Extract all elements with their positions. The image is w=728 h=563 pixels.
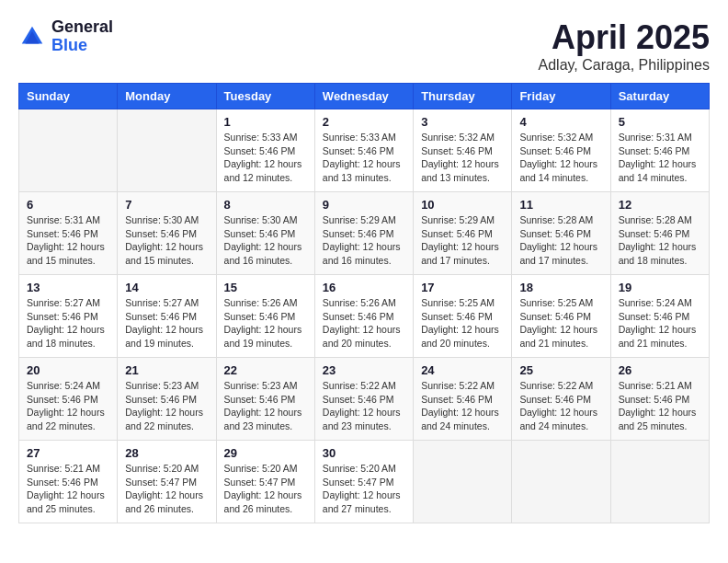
calendar-cell: 30Sunrise: 5:20 AM Sunset: 5:47 PM Dayli…: [314, 441, 413, 523]
day-info: Sunrise: 5:32 AM Sunset: 5:46 PM Dayligh…: [519, 131, 602, 185]
weekday-header-friday: Friday: [512, 84, 610, 109]
day-info: Sunrise: 5:32 AM Sunset: 5:46 PM Dayligh…: [421, 131, 504, 185]
day-info: Sunrise: 5:21 AM Sunset: 5:46 PM Dayligh…: [619, 379, 701, 433]
day-info: Sunrise: 5:33 AM Sunset: 5:46 PM Dayligh…: [323, 131, 405, 185]
day-number: 10: [421, 198, 504, 212]
day-info: Sunrise: 5:20 AM Sunset: 5:47 PM Dayligh…: [125, 462, 208, 516]
day-number: 11: [519, 198, 602, 212]
calendar-cell: 14Sunrise: 5:27 AM Sunset: 5:46 PM Dayli…: [118, 275, 216, 358]
calendar-cell: 1Sunrise: 5:33 AM Sunset: 5:46 PM Daylig…: [216, 109, 314, 192]
title-area: April 2025 Adlay, Caraga, Philippines: [539, 18, 710, 74]
weekday-header-monday: Monday: [118, 84, 216, 109]
month-title: April 2025: [539, 18, 710, 57]
day-info: Sunrise: 5:28 AM Sunset: 5:46 PM Dayligh…: [619, 213, 701, 268]
day-number: 28: [125, 446, 208, 460]
day-number: 25: [519, 363, 602, 377]
day-number: 4: [519, 115, 602, 129]
day-info: Sunrise: 5:29 AM Sunset: 5:46 PM Dayligh…: [421, 213, 504, 268]
day-number: 21: [125, 363, 208, 377]
calendar-cell: 5Sunrise: 5:31 AM Sunset: 5:46 PM Daylig…: [610, 109, 709, 192]
day-number: 26: [619, 363, 701, 377]
day-number: 17: [421, 281, 504, 294]
day-info: Sunrise: 5:22 AM Sunset: 5:46 PM Dayligh…: [519, 379, 602, 433]
calendar-cell: 3Sunrise: 5:32 AM Sunset: 5:46 PM Daylig…: [414, 109, 512, 192]
day-number: 19: [619, 281, 701, 294]
day-number: 9: [323, 198, 405, 212]
calendar-week-row: 27Sunrise: 5:21 AM Sunset: 5:46 PM Dayli…: [19, 441, 710, 523]
day-number: 2: [323, 115, 405, 129]
calendar-body: 1Sunrise: 5:33 AM Sunset: 5:46 PM Daylig…: [19, 109, 710, 523]
calendar-cell: 20Sunrise: 5:24 AM Sunset: 5:46 PM Dayli…: [19, 358, 118, 441]
calendar-cell: 7Sunrise: 5:30 AM Sunset: 5:46 PM Daylig…: [118, 192, 216, 275]
day-info: Sunrise: 5:20 AM Sunset: 5:47 PM Dayligh…: [224, 462, 307, 516]
day-number: 24: [421, 363, 504, 377]
calendar-cell: [414, 441, 512, 523]
calendar-cell: 26Sunrise: 5:21 AM Sunset: 5:46 PM Dayli…: [610, 358, 709, 441]
logo-blue-text: Blue: [51, 37, 113, 55]
day-info: Sunrise: 5:31 AM Sunset: 5:46 PM Dayligh…: [619, 131, 701, 185]
day-number: 6: [27, 198, 109, 212]
logo-icon: [18, 23, 46, 51]
calendar-cell: 13Sunrise: 5:27 AM Sunset: 5:46 PM Dayli…: [19, 275, 118, 358]
day-info: Sunrise: 5:26 AM Sunset: 5:46 PM Dayligh…: [224, 296, 307, 350]
day-info: Sunrise: 5:30 AM Sunset: 5:46 PM Dayligh…: [224, 213, 307, 268]
calendar-cell: 4Sunrise: 5:32 AM Sunset: 5:46 PM Daylig…: [512, 109, 610, 192]
weekday-header-row: SundayMondayTuesdayWednesdayThursdayFrid…: [19, 84, 710, 109]
calendar-cell: 8Sunrise: 5:30 AM Sunset: 5:46 PM Daylig…: [216, 192, 314, 275]
day-number: 18: [519, 281, 602, 294]
calendar-cell: 9Sunrise: 5:29 AM Sunset: 5:46 PM Daylig…: [314, 192, 413, 275]
day-number: 20: [27, 363, 109, 377]
day-number: 22: [224, 363, 307, 377]
calendar-cell: 11Sunrise: 5:28 AM Sunset: 5:46 PM Dayli…: [512, 192, 610, 275]
day-number: 15: [224, 281, 307, 294]
day-info: Sunrise: 5:26 AM Sunset: 5:46 PM Dayligh…: [323, 296, 405, 350]
day-info: Sunrise: 5:22 AM Sunset: 5:46 PM Dayligh…: [323, 379, 405, 433]
weekday-header-wednesday: Wednesday: [314, 84, 413, 109]
day-number: 8: [224, 198, 307, 212]
calendar-week-row: 6Sunrise: 5:31 AM Sunset: 5:46 PM Daylig…: [19, 192, 710, 275]
calendar-cell: 6Sunrise: 5:31 AM Sunset: 5:46 PM Daylig…: [19, 192, 118, 275]
day-info: Sunrise: 5:27 AM Sunset: 5:46 PM Dayligh…: [27, 296, 109, 350]
calendar-week-row: 13Sunrise: 5:27 AM Sunset: 5:46 PM Dayli…: [19, 275, 710, 358]
logo-general-text: General: [51, 18, 113, 37]
calendar-cell: 29Sunrise: 5:20 AM Sunset: 5:47 PM Dayli…: [216, 441, 314, 523]
calendar-cell: 16Sunrise: 5:26 AM Sunset: 5:46 PM Dayli…: [314, 275, 413, 358]
calendar-cell: 21Sunrise: 5:23 AM Sunset: 5:46 PM Dayli…: [118, 358, 216, 441]
calendar-cell: 28Sunrise: 5:20 AM Sunset: 5:47 PM Dayli…: [118, 441, 216, 523]
logo: General Blue: [18, 18, 113, 55]
day-number: 5: [619, 115, 701, 129]
day-number: 1: [224, 115, 307, 129]
calendar-week-row: 20Sunrise: 5:24 AM Sunset: 5:46 PM Dayli…: [19, 358, 710, 441]
day-info: Sunrise: 5:33 AM Sunset: 5:46 PM Dayligh…: [224, 131, 307, 185]
day-info: Sunrise: 5:24 AM Sunset: 5:46 PM Dayligh…: [27, 379, 109, 433]
calendar-cell: 15Sunrise: 5:26 AM Sunset: 5:46 PM Dayli…: [216, 275, 314, 358]
day-info: Sunrise: 5:23 AM Sunset: 5:46 PM Dayligh…: [125, 379, 208, 433]
day-info: Sunrise: 5:20 AM Sunset: 5:47 PM Dayligh…: [323, 462, 405, 516]
calendar-cell: 12Sunrise: 5:28 AM Sunset: 5:46 PM Dayli…: [610, 192, 709, 275]
day-number: 14: [125, 281, 208, 294]
calendar-cell: [610, 441, 709, 523]
weekday-header-thursday: Thursday: [414, 84, 512, 109]
calendar-header: SundayMondayTuesdayWednesdayThursdayFrid…: [19, 84, 710, 109]
day-info: Sunrise: 5:24 AM Sunset: 5:46 PM Dayligh…: [619, 296, 701, 350]
day-number: 12: [619, 198, 701, 212]
calendar-week-row: 1Sunrise: 5:33 AM Sunset: 5:46 PM Daylig…: [19, 109, 710, 192]
day-info: Sunrise: 5:28 AM Sunset: 5:46 PM Dayligh…: [519, 213, 602, 268]
calendar-cell: 25Sunrise: 5:22 AM Sunset: 5:46 PM Dayli…: [512, 358, 610, 441]
calendar-cell: 10Sunrise: 5:29 AM Sunset: 5:46 PM Dayli…: [414, 192, 512, 275]
day-info: Sunrise: 5:30 AM Sunset: 5:46 PM Dayligh…: [125, 213, 208, 268]
calendar-cell: [512, 441, 610, 523]
day-info: Sunrise: 5:23 AM Sunset: 5:46 PM Dayligh…: [224, 379, 307, 433]
header: General Blue April 2025 Adlay, Caraga, P…: [18, 18, 710, 74]
calendar-cell: 19Sunrise: 5:24 AM Sunset: 5:46 PM Dayli…: [610, 275, 709, 358]
day-number: 27: [27, 446, 109, 460]
day-info: Sunrise: 5:31 AM Sunset: 5:46 PM Dayligh…: [27, 213, 109, 268]
day-number: 13: [27, 281, 109, 294]
location-title: Adlay, Caraga, Philippines: [539, 57, 710, 74]
calendar-cell: 22Sunrise: 5:23 AM Sunset: 5:46 PM Dayli…: [216, 358, 314, 441]
logo-text: General Blue: [51, 18, 113, 55]
calendar-cell: 27Sunrise: 5:21 AM Sunset: 5:46 PM Dayli…: [19, 441, 118, 523]
day-number: 3: [421, 115, 504, 129]
day-number: 7: [125, 198, 208, 212]
day-info: Sunrise: 5:25 AM Sunset: 5:46 PM Dayligh…: [519, 296, 602, 350]
